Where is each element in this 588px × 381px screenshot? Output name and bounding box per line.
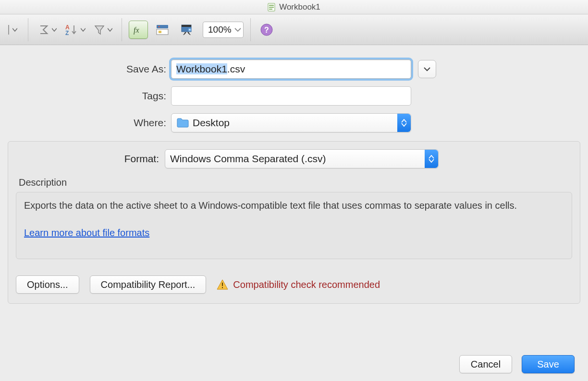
description-text: Exports the data on the active sheet to … xyxy=(24,199,564,212)
chevron-down-icon xyxy=(12,28,17,32)
chevron-down-icon xyxy=(52,28,57,32)
toolbar-menu-1[interactable] xyxy=(3,21,21,39)
help-button[interactable]: ? xyxy=(257,21,276,39)
sort-button[interactable]: AZ xyxy=(62,21,88,39)
svg-rect-9 xyxy=(157,29,168,35)
toolbox-button[interactable] xyxy=(153,21,172,39)
where-popup[interactable]: Desktop xyxy=(171,113,411,132)
where-value: Desktop xyxy=(193,117,230,129)
compatibility-report-button[interactable]: Compatibility Report... xyxy=(90,275,207,294)
toolbar: AZ fx 100% xyxy=(0,14,588,45)
learn-more-link[interactable]: Learn more about file formats xyxy=(24,227,149,238)
svg-rect-19 xyxy=(222,287,223,288)
warning-icon xyxy=(217,279,228,290)
zoom-value: 100% xyxy=(208,24,232,35)
saveas-label: Save As: xyxy=(8,63,171,75)
where-label: Where: xyxy=(8,117,171,129)
tags-label: Tags: xyxy=(8,90,171,102)
svg-text:Z: Z xyxy=(65,30,69,36)
folder-icon xyxy=(176,118,189,128)
save-button[interactable]: Save xyxy=(522,355,575,373)
autosum-button[interactable] xyxy=(35,21,59,39)
svg-rect-13 xyxy=(182,25,191,27)
media-browser-button[interactable] xyxy=(177,21,196,39)
svg-rect-18 xyxy=(222,283,223,286)
svg-point-10 xyxy=(158,25,159,27)
expand-save-panel-button[interactable] xyxy=(418,60,436,78)
chevron-down-icon xyxy=(234,27,241,32)
format-value: Windows Comma Separated (.csv) xyxy=(170,153,326,165)
svg-rect-4 xyxy=(8,25,9,35)
saveas-filename-base: Workbook1 xyxy=(176,63,227,74)
chevron-down-icon xyxy=(81,28,86,32)
saveas-input[interactable]: Workbook1.csv xyxy=(171,60,411,79)
popup-arrows-icon xyxy=(397,114,411,132)
document-icon xyxy=(268,3,275,12)
svg-rect-3 xyxy=(269,9,272,10)
svg-point-15 xyxy=(189,29,191,30)
svg-rect-11 xyxy=(159,31,161,33)
zoom-selector[interactable]: 100% xyxy=(203,22,244,38)
window-title: Workbook1 xyxy=(279,2,320,12)
compatibility-message: Compatibility check recommended xyxy=(233,279,380,290)
options-button[interactable]: Options... xyxy=(16,275,79,294)
saveas-filename-ext: .csv xyxy=(227,63,245,74)
tags-input[interactable] xyxy=(171,86,411,106)
svg-text:fx: fx xyxy=(134,26,139,35)
svg-rect-1 xyxy=(269,5,274,6)
filter-button[interactable] xyxy=(91,21,115,39)
format-popup[interactable]: Windows Comma Separated (.csv) xyxy=(165,149,439,168)
cancel-button[interactable]: Cancel xyxy=(459,355,512,373)
chevron-down-icon xyxy=(108,28,112,32)
format-label: Format: xyxy=(16,153,165,165)
svg-rect-2 xyxy=(269,7,274,8)
description-title: Description xyxy=(19,177,572,188)
formula-builder-button[interactable]: fx xyxy=(129,21,148,39)
popup-arrows-icon xyxy=(425,150,438,168)
svg-text:?: ? xyxy=(264,26,269,34)
description-box: Exports the data on the active sheet to … xyxy=(16,192,572,259)
window-titlebar: Workbook1 xyxy=(0,0,588,14)
